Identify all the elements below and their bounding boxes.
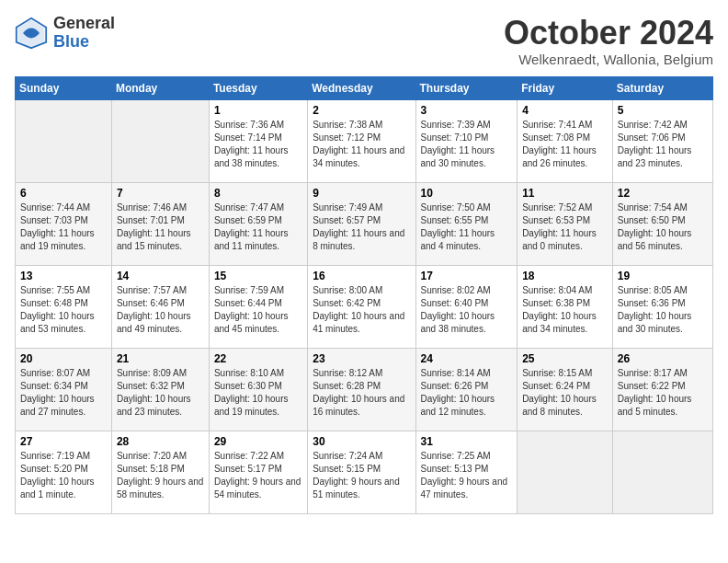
- day-info: Sunrise: 7:52 AM Sunset: 6:53 PM Dayligh…: [522, 201, 608, 253]
- day-info: Sunrise: 8:00 AM Sunset: 6:42 PM Dayligh…: [313, 284, 410, 336]
- weekday-header: Wednesday: [308, 76, 415, 99]
- logo-icon: [15, 17, 48, 50]
- calendar-week-row: 27Sunrise: 7:19 AM Sunset: 5:20 PM Dayli…: [16, 431, 713, 513]
- day-info: Sunrise: 7:59 AM Sunset: 6:44 PM Dayligh…: [214, 284, 302, 336]
- day-info: Sunrise: 7:44 AM Sunset: 7:03 PM Dayligh…: [20, 201, 107, 253]
- day-number: 13: [20, 270, 107, 282]
- weekday-header: Sunday: [16, 76, 112, 99]
- calendar-header: SundayMondayTuesdayWednesdayThursdayFrid…: [16, 76, 713, 99]
- day-number: 9: [313, 187, 410, 200]
- day-info: Sunrise: 7:46 AM Sunset: 7:01 PM Dayligh…: [117, 201, 204, 253]
- calendar-cell: 20Sunrise: 8:07 AM Sunset: 6:34 PM Dayli…: [16, 348, 112, 431]
- calendar-cell: 6Sunrise: 7:44 AM Sunset: 7:03 PM Daylig…: [16, 182, 112, 265]
- day-number: 14: [117, 270, 204, 282]
- day-number: 18: [522, 270, 608, 282]
- day-number: 16: [313, 270, 410, 282]
- logo-blue-text: Blue: [53, 33, 115, 52]
- calendar-cell: 25Sunrise: 8:15 AM Sunset: 6:24 PM Dayli…: [518, 348, 613, 431]
- day-info: Sunrise: 7:24 AM Sunset: 5:15 PM Dayligh…: [313, 450, 410, 501]
- calendar-cell: 4Sunrise: 7:41 AM Sunset: 7:08 PM Daylig…: [518, 99, 613, 182]
- weekday-header: Monday: [111, 76, 209, 99]
- day-info: Sunrise: 7:25 AM Sunset: 5:13 PM Dayligh…: [421, 450, 513, 501]
- day-number: 24: [421, 352, 513, 365]
- calendar-cell: 21Sunrise: 8:09 AM Sunset: 6:32 PM Dayli…: [111, 348, 209, 431]
- day-number: 19: [618, 270, 708, 282]
- day-number: 4: [522, 104, 608, 117]
- weekday-header: Tuesday: [209, 76, 307, 99]
- day-info: Sunrise: 8:15 AM Sunset: 6:24 PM Dayligh…: [522, 367, 608, 419]
- day-number: 30: [313, 435, 410, 448]
- day-info: Sunrise: 7:20 AM Sunset: 5:18 PM Dayligh…: [117, 450, 204, 501]
- calendar-cell: 11Sunrise: 7:52 AM Sunset: 6:53 PM Dayli…: [518, 182, 613, 265]
- calendar-cell: 30Sunrise: 7:24 AM Sunset: 5:15 PM Dayli…: [308, 431, 415, 513]
- calendar-cell: 22Sunrise: 8:10 AM Sunset: 6:30 PM Dayli…: [209, 348, 307, 431]
- calendar-cell: 7Sunrise: 7:46 AM Sunset: 7:01 PM Daylig…: [111, 182, 209, 265]
- calendar-cell: 31Sunrise: 7:25 AM Sunset: 5:13 PM Dayli…: [415, 431, 518, 513]
- day-info: Sunrise: 7:19 AM Sunset: 5:20 PM Dayligh…: [20, 450, 107, 501]
- day-info: Sunrise: 7:54 AM Sunset: 6:50 PM Dayligh…: [618, 201, 708, 253]
- calendar-cell: [16, 99, 112, 182]
- calendar-cell: 16Sunrise: 8:00 AM Sunset: 6:42 PM Dayli…: [308, 265, 415, 348]
- page-header: General Blue October 2024 Welkenraedt, W…: [15, 15, 713, 67]
- calendar-cell: 13Sunrise: 7:55 AM Sunset: 6:48 PM Dayli…: [16, 265, 112, 348]
- day-info: Sunrise: 7:39 AM Sunset: 7:10 PM Dayligh…: [421, 119, 513, 170]
- day-number: 21: [117, 352, 204, 365]
- day-number: 7: [117, 187, 204, 200]
- day-info: Sunrise: 8:04 AM Sunset: 6:38 PM Dayligh…: [522, 284, 608, 336]
- calendar-cell: 14Sunrise: 7:57 AM Sunset: 6:46 PM Dayli…: [111, 265, 209, 348]
- day-number: 26: [618, 352, 708, 365]
- day-number: 2: [313, 104, 410, 117]
- calendar-cell: 28Sunrise: 7:20 AM Sunset: 5:18 PM Dayli…: [111, 431, 209, 513]
- day-info: Sunrise: 8:05 AM Sunset: 6:36 PM Dayligh…: [618, 284, 708, 336]
- calendar-cell: 26Sunrise: 8:17 AM Sunset: 6:22 PM Dayli…: [612, 348, 712, 431]
- day-info: Sunrise: 7:42 AM Sunset: 7:06 PM Dayligh…: [618, 119, 708, 170]
- calendar-week-row: 6Sunrise: 7:44 AM Sunset: 7:03 PM Daylig…: [16, 182, 713, 265]
- calendar-cell: 5Sunrise: 7:42 AM Sunset: 7:06 PM Daylig…: [612, 99, 712, 182]
- calendar-cell: 19Sunrise: 8:05 AM Sunset: 6:36 PM Dayli…: [612, 265, 712, 348]
- day-info: Sunrise: 8:14 AM Sunset: 6:26 PM Dayligh…: [421, 367, 513, 419]
- calendar-cell: [111, 99, 209, 182]
- day-number: 10: [421, 187, 513, 200]
- calendar-cell: 2Sunrise: 7:38 AM Sunset: 7:12 PM Daylig…: [308, 99, 415, 182]
- day-info: Sunrise: 7:38 AM Sunset: 7:12 PM Dayligh…: [313, 119, 410, 170]
- calendar-subtitle: Welkenraedt, Wallonia, Belgium: [504, 52, 713, 67]
- day-info: Sunrise: 8:17 AM Sunset: 6:22 PM Dayligh…: [618, 367, 708, 419]
- day-number: 5: [618, 104, 708, 117]
- day-info: Sunrise: 7:57 AM Sunset: 6:46 PM Dayligh…: [117, 284, 204, 336]
- logo-text: General Blue: [53, 15, 115, 52]
- weekday-header: Friday: [518, 76, 613, 99]
- day-info: Sunrise: 7:41 AM Sunset: 7:08 PM Dayligh…: [522, 119, 608, 170]
- calendar-cell: 24Sunrise: 8:14 AM Sunset: 6:26 PM Dayli…: [415, 348, 518, 431]
- day-number: 20: [20, 352, 107, 365]
- day-info: Sunrise: 8:10 AM Sunset: 6:30 PM Dayligh…: [214, 367, 302, 419]
- day-number: 25: [522, 352, 608, 365]
- calendar-cell: [612, 431, 712, 513]
- day-info: Sunrise: 7:49 AM Sunset: 6:57 PM Dayligh…: [313, 201, 410, 253]
- weekday-row: SundayMondayTuesdayWednesdayThursdayFrid…: [16, 76, 713, 99]
- calendar-cell: 27Sunrise: 7:19 AM Sunset: 5:20 PM Dayli…: [16, 431, 112, 513]
- day-number: 11: [522, 187, 608, 200]
- calendar-body: 1Sunrise: 7:36 AM Sunset: 7:14 PM Daylig…: [16, 99, 713, 513]
- day-info: Sunrise: 8:02 AM Sunset: 6:40 PM Dayligh…: [421, 284, 513, 336]
- day-info: Sunrise: 7:50 AM Sunset: 6:55 PM Dayligh…: [421, 201, 513, 253]
- calendar-cell: 17Sunrise: 8:02 AM Sunset: 6:40 PM Dayli…: [415, 265, 518, 348]
- weekday-header: Thursday: [415, 76, 518, 99]
- day-number: 23: [313, 352, 410, 365]
- title-area: October 2024 Welkenraedt, Wallonia, Belg…: [504, 15, 713, 67]
- calendar-title: October 2024: [504, 15, 713, 52]
- calendar-cell: [518, 431, 613, 513]
- day-info: Sunrise: 8:07 AM Sunset: 6:34 PM Dayligh…: [20, 367, 107, 419]
- day-number: 29: [214, 435, 302, 448]
- calendar-cell: 23Sunrise: 8:12 AM Sunset: 6:28 PM Dayli…: [308, 348, 415, 431]
- calendar-cell: 1Sunrise: 7:36 AM Sunset: 7:14 PM Daylig…: [209, 99, 307, 182]
- day-number: 28: [117, 435, 204, 448]
- day-number: 12: [618, 187, 708, 200]
- day-number: 15: [214, 270, 302, 282]
- day-info: Sunrise: 8:12 AM Sunset: 6:28 PM Dayligh…: [313, 367, 410, 419]
- calendar-cell: 3Sunrise: 7:39 AM Sunset: 7:10 PM Daylig…: [415, 99, 518, 182]
- weekday-header: Saturday: [612, 76, 712, 99]
- calendar-cell: 18Sunrise: 8:04 AM Sunset: 6:38 PM Dayli…: [518, 265, 613, 348]
- calendar-week-row: 13Sunrise: 7:55 AM Sunset: 6:48 PM Dayli…: [16, 265, 713, 348]
- calendar-cell: 29Sunrise: 7:22 AM Sunset: 5:17 PM Dayli…: [209, 431, 307, 513]
- calendar-cell: 8Sunrise: 7:47 AM Sunset: 6:59 PM Daylig…: [209, 182, 307, 265]
